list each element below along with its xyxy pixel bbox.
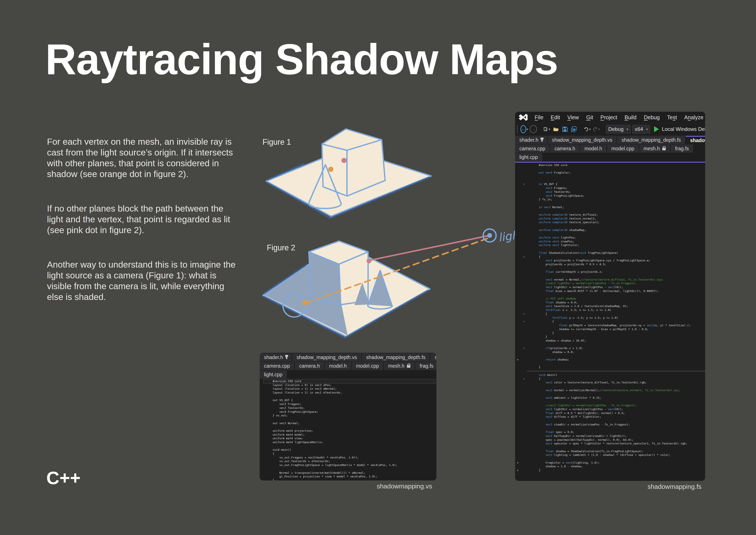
menu-item-view[interactable]: View xyxy=(564,114,582,121)
pin-icon xyxy=(541,140,543,142)
tab-light.cpp[interactable]: light.cpp xyxy=(515,153,542,161)
tab-label: camera.cpp xyxy=(519,146,545,152)
new-item-button[interactable]: ▾ xyxy=(543,125,551,133)
code-line: ∨ { xyxy=(515,312,705,316)
code-line: layout (location = 2) in vec2 aTexCoords… xyxy=(260,391,436,395)
code-line xyxy=(515,369,705,373)
code-line: spec = pow(max(dot(halfwayDir, normal), … xyxy=(515,438,705,442)
code-line xyxy=(515,362,705,366)
body-paragraph: For each vertex on the mesh, an invisibl… xyxy=(47,136,237,180)
code-line: vs_out.FragPosLightSpace = lightSpaceMat… xyxy=(260,463,436,467)
language-label: C++ xyxy=(46,467,81,489)
code-line: vec4 FragPosLightSpace; xyxy=(515,194,705,198)
tab-shader.h[interactable]: shader.h xyxy=(515,136,547,144)
tab-light.cpp[interactable]: light.cpp xyxy=(260,371,287,379)
body-paragraph: If no other planes block the path betwee… xyxy=(47,203,237,236)
run-play-icon[interactable] xyxy=(654,126,659,132)
menu-item-test[interactable]: Test xyxy=(663,114,681,121)
fold-chevron-icon: ∨ xyxy=(521,320,527,324)
code-line: } xyxy=(515,335,705,339)
vertex-shader-code[interactable]: #version 330 corelayout (location = 0) i… xyxy=(260,379,436,480)
navigate-forward-button[interactable]: → xyxy=(530,125,537,133)
menu-item-edit[interactable]: Edit xyxy=(547,114,564,121)
menu-item-project[interactable]: Project xyxy=(597,114,621,121)
tab-label: model.cpp xyxy=(356,363,379,369)
platform-dropdown[interactable]: x64▾ xyxy=(632,125,650,133)
code-line xyxy=(515,384,705,388)
tab-shadow_mapping_depth.vs[interactable]: shadow_mapping_depth.vs xyxy=(292,353,361,361)
code-line xyxy=(515,400,705,404)
tab-model.h[interactable]: model.h xyxy=(325,362,351,370)
menu-item-build[interactable]: Build xyxy=(621,114,640,121)
code-line xyxy=(515,247,705,251)
code-line: out VS_OUT { xyxy=(260,398,436,402)
tab-mesh.h[interactable]: mesh.h xyxy=(384,362,415,370)
menu-item-file[interactable]: File xyxy=(531,114,547,121)
body-text: For each vertex on the mesh, an invisibl… xyxy=(47,136,237,326)
tab-label: shader.h xyxy=(264,354,283,360)
save-button[interactable] xyxy=(561,125,569,133)
navigate-back-button[interactable]: ←▾ xyxy=(521,125,528,133)
tab-shader.h[interactable]: shader.h xyxy=(260,353,292,361)
tab-label: frag.fs xyxy=(419,363,433,369)
code-line xyxy=(260,425,436,429)
tab-shadow_mapping.fs[interactable]: shadow_mapping.fs xyxy=(686,136,705,144)
code-line: float pcfDepth = texture(shadowMap, proj… xyxy=(515,324,705,327)
tab-row-3: light.cpp xyxy=(515,153,705,161)
fold-chevron-icon: ∨ xyxy=(521,377,527,381)
tab-label: shader.h xyxy=(519,137,538,143)
code-line: uniform sampler2D texture_normal1; xyxy=(515,217,705,221)
body-paragraph: Another way to understand this is to ima… xyxy=(47,259,237,302)
fold-chevron-icon: ∨ xyxy=(521,312,527,316)
run-debugger-button[interactable]: Local Windows Debugger xyxy=(662,126,705,132)
tab-frag.fs[interactable]: frag.fs xyxy=(671,145,693,153)
tab-camera.h[interactable]: camera.h xyxy=(550,145,580,153)
code-line: } vs_out; xyxy=(260,413,436,417)
open-file-button[interactable] xyxy=(552,125,559,133)
tab-shadow_mapping.fs[interactable]: shadow_mapping.fs xyxy=(430,353,436,361)
tab-frag.fs[interactable]: frag.fs xyxy=(415,362,436,370)
code-line: float shadow = 0.0; xyxy=(515,300,705,304)
tab-row-1: shader.hshadow_mapping_depth.vsshadow_ma… xyxy=(260,353,436,361)
redo-button[interactable]: ▾ xyxy=(593,125,600,133)
code-line: float shadow = ShadowCalculation(fs_in.F… xyxy=(515,449,705,453)
menu-item-analyze[interactable]: Analyze xyxy=(681,114,705,121)
vertex-shader-caption: shadowmapping.vs xyxy=(260,483,432,490)
configuration-dropdown[interactable]: Debug▾ xyxy=(606,125,631,133)
undo-button[interactable]: ▾ xyxy=(583,125,591,133)
tab-camera.h[interactable]: camera.h xyxy=(295,362,324,370)
code-line: out vec4 FragColor; xyxy=(515,171,705,175)
tab-row-2: camera.cppcamera.hmodel.hmodel.cppmesh.h… xyxy=(260,362,436,370)
code-line: #version 330 core xyxy=(260,379,436,383)
tab-shadow_mapping_depth.vs[interactable]: shadow_mapping_depth.vs xyxy=(548,136,617,144)
tab-shadow_mapping_depth.fs[interactable]: shadow_mapping_depth.fs xyxy=(617,136,685,144)
tab-model.cpp[interactable]: model.cpp xyxy=(607,145,638,153)
tab-mesh.h[interactable]: mesh.h xyxy=(639,145,670,153)
code-line: vec3 Fragpos; xyxy=(260,402,436,406)
code-line: uniform vec3 lightColor; xyxy=(515,243,705,247)
code-line: } fs_in; xyxy=(515,198,705,201)
code-line: vs_out.Fragpos = vec3(model * vec4(aPos,… xyxy=(260,456,436,460)
code-line: } xyxy=(515,365,705,369)
tab-label: shadow_mapping.fs xyxy=(435,354,436,360)
code-line: vec2 TexCoords; xyxy=(515,190,705,194)
code-line: ▶ FragColor = vec4(lighting, 1.0); xyxy=(515,461,705,465)
menu-item-git[interactable]: Git xyxy=(582,114,597,121)
code-line: out vec3 Normal; xyxy=(260,421,436,425)
code-line: float ShadowCalculation(vec4 fragPosLigh… xyxy=(515,251,705,255)
tab-shadow_mapping_depth.fs[interactable]: shadow_mapping_depth.fs xyxy=(362,353,430,361)
tab-label: shadow_mapping_depth.vs xyxy=(552,137,612,143)
fragment-shader-code[interactable]: #version 330 coreout vec4 FragColor;∨in … xyxy=(515,163,705,472)
code-line: } xyxy=(260,479,436,480)
tab-model.cpp[interactable]: model.cpp xyxy=(352,362,383,370)
figure2-lit-point-dot xyxy=(366,259,371,263)
tab-camera.cpp[interactable]: camera.cpp xyxy=(260,362,294,370)
code-line xyxy=(515,167,705,171)
tab-camera.cpp[interactable]: camera.cpp xyxy=(515,145,550,153)
page-title: Raytracing Shadow Maps xyxy=(45,35,558,84)
tab-model.h[interactable]: model.h xyxy=(580,145,607,153)
code-line xyxy=(515,419,705,423)
code-line: uniform vec3 lightPos; xyxy=(515,236,705,239)
save-all-button[interactable] xyxy=(570,125,578,133)
menu-item-debug[interactable]: Debug xyxy=(640,114,663,121)
